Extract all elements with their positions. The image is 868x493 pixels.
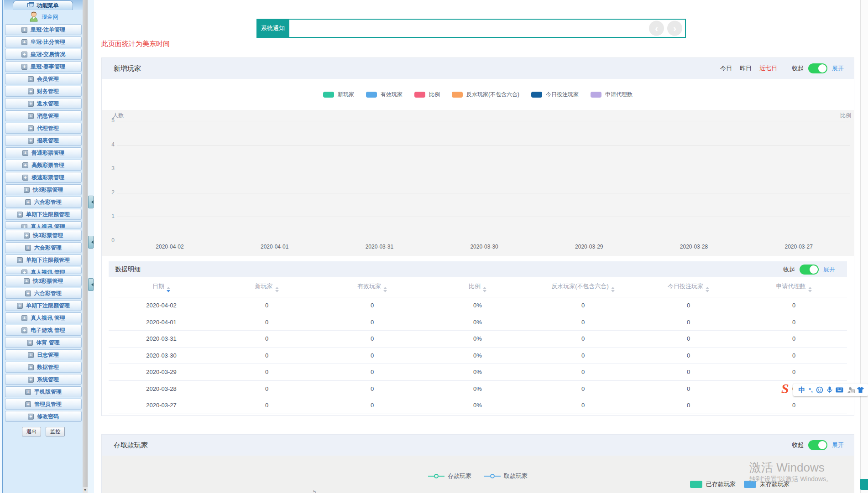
sidebar-item[interactable]: +会员管理 bbox=[5, 73, 82, 84]
range-tab[interactable]: 近七日 bbox=[759, 64, 777, 73]
collapse-toggle[interactable] bbox=[800, 265, 819, 275]
table-cell: 0 bbox=[530, 335, 636, 342]
column-header[interactable]: 新玩家 bbox=[214, 282, 319, 292]
sidebar-item[interactable]: +普通彩票管理 bbox=[5, 147, 82, 158]
collapse-toggle[interactable] bbox=[808, 63, 827, 73]
sidebar-item[interactable]: +手机版管理 bbox=[5, 386, 82, 397]
skin-account-icon[interactable]: 20 bbox=[847, 387, 853, 393]
windows-activation-watermark-sub: 转到“设置”以激活 Windows。 bbox=[749, 475, 832, 483]
sidebar-scrollbar[interactable]: ▼ bbox=[83, 0, 88, 493]
page-scrollbar[interactable] bbox=[860, 0, 868, 493]
logout-button[interactable]: 退出 bbox=[22, 427, 41, 436]
collapse-sidebar-tab[interactable] bbox=[88, 196, 94, 208]
sidebar-item[interactable]: +数据管理 bbox=[5, 362, 82, 373]
expand-label[interactable]: 展开 bbox=[823, 265, 835, 274]
legend-item[interactable]: 比例 bbox=[414, 91, 440, 99]
sort-icon[interactable] bbox=[706, 287, 709, 292]
sidebar-item[interactable]: +快3彩票管理 bbox=[5, 230, 82, 241]
tshirt-skin-icon[interactable] bbox=[857, 387, 864, 393]
sort-icon[interactable] bbox=[611, 287, 615, 292]
corner-float-button[interactable] bbox=[860, 479, 868, 490]
sidebar-item[interactable]: +极速彩票管理 bbox=[5, 172, 82, 183]
table-row: 2020-03-29000%000 bbox=[109, 364, 847, 381]
emoji-icon[interactable] bbox=[816, 386, 823, 394]
sidebar-item[interactable]: +报表管理 bbox=[5, 135, 82, 146]
sidebar-item[interactable]: +皇冠-交易情况 bbox=[5, 49, 82, 60]
microphone-icon[interactable] bbox=[827, 386, 832, 394]
range-tab[interactable]: 今日 bbox=[720, 64, 732, 73]
sidebar-item[interactable]: +真人视讯 管理 bbox=[5, 312, 82, 323]
sidebar-item[interactable]: +皇冠-注单管理 bbox=[5, 24, 82, 35]
sidebar-item[interactable]: +消息管理 bbox=[5, 110, 82, 121]
sidebar-item[interactable]: +财务管理 bbox=[5, 86, 82, 97]
sidebar-item[interactable]: +代理管理 bbox=[5, 123, 82, 134]
cash-site-link[interactable]: 现金网 bbox=[42, 13, 58, 21]
legend-item[interactable]: 新玩家 bbox=[323, 91, 354, 99]
range-tab[interactable]: 昨日 bbox=[740, 64, 752, 73]
table-cell: 0 bbox=[530, 319, 636, 326]
legend-item[interactable]: 已存款玩家 bbox=[690, 480, 736, 488]
collapse-sidebar-tab[interactable] bbox=[88, 278, 94, 291]
sogou-logo-icon[interactable]: S bbox=[781, 381, 789, 396]
column-header[interactable]: 比例 bbox=[425, 282, 530, 292]
sort-icon[interactable] bbox=[275, 287, 279, 292]
sidebar-item[interactable]: +六合彩管理 bbox=[5, 242, 82, 253]
ime-language-icon[interactable]: 中 bbox=[799, 386, 805, 394]
sidebar-item[interactable]: +体育 管理 bbox=[5, 337, 82, 348]
collapse-label[interactable]: 收起 bbox=[792, 441, 804, 449]
monitor-button[interactable]: 监控 bbox=[46, 427, 65, 436]
legend-item[interactable]: 申请代理数 bbox=[591, 91, 633, 99]
sidebar-item[interactable]: +皇冠-赛事管理 bbox=[5, 61, 82, 72]
sort-icon[interactable] bbox=[483, 287, 486, 292]
sidebar-item-inner: +极速彩票管理 bbox=[5, 172, 81, 182]
sidebar-item[interactable]: +电子游戏 管理 bbox=[5, 325, 82, 336]
sidebar-item-inner: +会员管理 bbox=[5, 74, 81, 84]
column-header[interactable]: 日期 bbox=[109, 282, 214, 292]
collapse-sidebar-tab[interactable] bbox=[88, 236, 94, 249]
sidebar-item[interactable]: +六合彩管理 bbox=[5, 197, 82, 208]
column-header[interactable]: 今日投注玩家 bbox=[636, 282, 741, 292]
collapse-label[interactable]: 收起 bbox=[792, 64, 804, 73]
sidebar-item[interactable]: +管理员管理 bbox=[5, 399, 82, 410]
sort-icon[interactable] bbox=[167, 287, 170, 292]
sidebar-item[interactable]: +真人视讯 管理 bbox=[5, 221, 82, 228]
notice-prev-button[interactable]: ‹ bbox=[649, 21, 664, 36]
sidebar-item[interactable]: +快3彩票管理 bbox=[5, 275, 82, 286]
legend-item[interactable]: 有效玩家 bbox=[366, 91, 403, 99]
notice-next-button[interactable]: › bbox=[667, 21, 682, 36]
sidebar-item[interactable]: +修改密码 bbox=[5, 411, 82, 422]
sidebar-item[interactable]: +单期下注限额管理 bbox=[5, 254, 82, 265]
sidebar-item[interactable]: +单期下注限额管理 bbox=[5, 300, 82, 311]
sort-icon[interactable] bbox=[808, 287, 812, 292]
collapse-toggle[interactable] bbox=[808, 440, 827, 450]
sidebar-item[interactable]: +日志管理 bbox=[5, 349, 82, 360]
expand-label[interactable]: 展开 bbox=[832, 64, 844, 73]
data-detail-section: 数据明细 收起 展开 日期新玩家有效玩家比例反水玩家(不包含六合)今日投注玩家申… bbox=[109, 261, 847, 414]
collapse-label[interactable]: 收起 bbox=[783, 265, 795, 274]
function-menu-tab[interactable]: 功能菜单 bbox=[13, 0, 73, 10]
sort-icon[interactable] bbox=[383, 287, 387, 292]
sidebar-item[interactable]: +真人视讯 管理 bbox=[5, 267, 82, 274]
column-header[interactable]: 有效玩家 bbox=[319, 282, 425, 292]
sidebar-item[interactable]: +单期下注限额管理 bbox=[5, 209, 82, 220]
ime-punctuation-icon[interactable]: °, bbox=[809, 387, 813, 394]
plus-icon: + bbox=[28, 101, 34, 107]
column-header[interactable]: 反水玩家(不包含六合) bbox=[530, 282, 636, 292]
expand-label[interactable]: 展开 bbox=[832, 441, 844, 449]
table-cell: 0% bbox=[425, 385, 530, 392]
legend-item[interactable]: 今日投注玩家 bbox=[531, 91, 579, 99]
column-header[interactable]: 申请代理数 bbox=[741, 282, 847, 292]
scroll-down-arrow-icon[interactable]: ▼ bbox=[83, 487, 88, 493]
sidebar-item[interactable]: +六合彩管理 bbox=[5, 288, 82, 299]
sidebar-item-inner: +真人视讯 管理 bbox=[5, 267, 81, 274]
sidebar-item[interactable]: +系统管理 bbox=[5, 374, 82, 385]
legend-item[interactable]: 取款玩家 bbox=[484, 472, 528, 480]
sidebar-item[interactable]: +返水管理 bbox=[5, 98, 82, 109]
legend-item[interactable]: 存款玩家 bbox=[428, 472, 471, 480]
plus-icon: + bbox=[21, 327, 27, 333]
sidebar-item[interactable]: +快3彩票管理 bbox=[5, 184, 82, 195]
sidebar-item[interactable]: +皇冠-比分管理 bbox=[5, 36, 82, 47]
legend-item[interactable]: 反水玩家(不包含六合) bbox=[452, 91, 519, 99]
sidebar-item[interactable]: +高频彩票管理 bbox=[5, 160, 82, 171]
keyboard-icon[interactable] bbox=[836, 387, 843, 393]
